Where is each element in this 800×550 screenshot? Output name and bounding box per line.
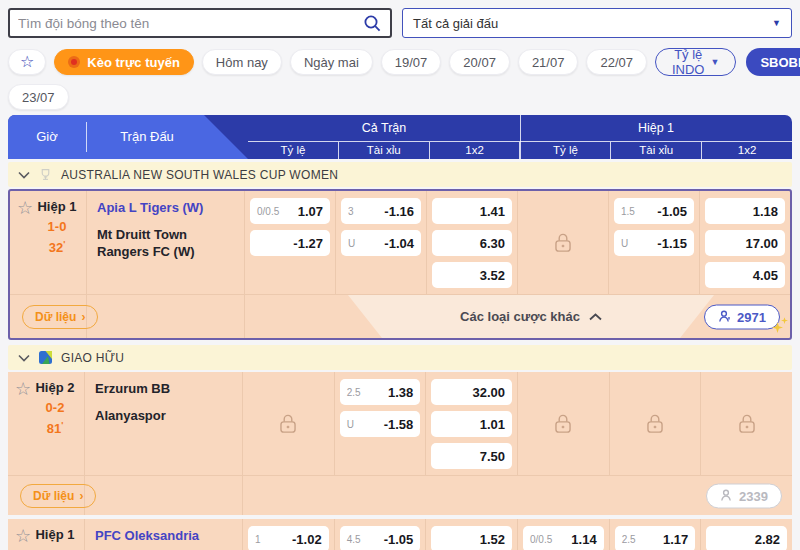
search-input[interactable]: [18, 16, 363, 31]
column-group-full-time: Cả Trận: [248, 115, 520, 141]
chevron-right-icon: ›: [79, 489, 83, 503]
match-score: 1-0: [34, 219, 80, 234]
star-icon: ☆: [20, 54, 34, 70]
data-button[interactable]: Dữ liệu ›: [22, 305, 98, 329]
teams-cell[interactable]: PFC Oleksandria FK Mladost DG: [84, 519, 242, 550]
live-betting-button[interactable]: Kèo trực tuyến: [54, 49, 194, 75]
chevron-right-icon: ›: [81, 310, 85, 324]
odds-type-label: Tỷ lệ INDO: [672, 47, 705, 77]
h1-over-under-cell-locked: [609, 372, 701, 475]
h1-over-under-cell: 1.5 -1.05 U -1.15: [608, 191, 699, 294]
column-header-match: Trận Đấu: [86, 115, 208, 159]
odds-box[interactable]: U -1.04: [341, 230, 421, 256]
betting-odds-page: Tất cả giải đấu ▼ ☆ Kèo trực tuyến Hôm n…: [0, 0, 800, 550]
home-team-name[interactable]: PFC Oleksandria: [95, 528, 232, 544]
odds-box[interactable]: 3.52: [432, 262, 512, 288]
match-period: Hiệp 1: [32, 527, 78, 542]
date-tab-tomorrow[interactable]: Ngày mai: [290, 49, 373, 75]
team-search-box[interactable]: [8, 8, 392, 38]
match-row-erzurum-vs-alanyaspor: ☆ Hiệp 2 0-2 81' Erzurum BB Alanyaspor 2…: [8, 372, 792, 515]
away-team-name[interactable]: Alanyaspor: [95, 408, 232, 424]
ft-over-under-cell: 3 -1.16 U -1.04: [335, 191, 426, 294]
chevron-up-icon: [589, 313, 602, 321]
date-tab-22-07[interactable]: 22/07: [586, 49, 647, 75]
star-icon[interactable]: ☆: [17, 197, 33, 219]
odds-box[interactable]: 1.01: [431, 411, 512, 437]
match-minute: 32': [34, 239, 80, 255]
viewer-count-badge: 2971: [704, 304, 780, 329]
odds-box[interactable]: -1.27: [250, 230, 330, 256]
viewer-count-badge: 2339: [706, 483, 782, 508]
home-team-name[interactable]: Apia L Tigers (W): [97, 200, 234, 216]
odds-box[interactable]: 4.5 -1.05: [340, 526, 421, 550]
odds-box[interactable]: 1 -1.02: [248, 526, 329, 550]
trophy-icon: [39, 168, 52, 181]
teams-cell[interactable]: Erzurum BB Alanyaspor: [84, 372, 242, 475]
ft-1x2-cell: 1.52: [425, 519, 517, 550]
search-icon[interactable]: [363, 14, 382, 33]
odds-box[interactable]: U -1.15: [614, 230, 694, 256]
league-flag-icon: [39, 351, 52, 364]
data-button[interactable]: Dữ liệu ›: [20, 484, 96, 508]
favorites-button[interactable]: ☆: [8, 49, 46, 75]
date-tab-23-07[interactable]: 23/07: [8, 84, 69, 110]
h1-handicap-cell: 0/0.5 1.14: [517, 519, 609, 550]
section-header-giao-huu[interactable]: GIAO HỮU: [8, 345, 792, 370]
odds-box[interactable]: 17.00: [705, 230, 785, 256]
star-icon[interactable]: ☆: [15, 378, 31, 400]
match-status-cell: ☆ Hiệp 1 1-0 32': [10, 191, 86, 294]
home-team-name[interactable]: Erzurum BB: [95, 381, 232, 397]
lock-icon: [734, 411, 760, 437]
chevron-down-icon: ▼: [772, 18, 781, 28]
ft-over-under-cell: 2.5 1.38 U -1.58: [334, 372, 426, 475]
chevron-down-icon: [18, 171, 30, 179]
subcol-h1-1x2: 1x2: [701, 142, 792, 159]
odds-box[interactable]: 0/0.5 1.07: [250, 198, 330, 224]
section-title: AUSTRALIA NEW SOUTH WALES CUP WOMEN: [61, 168, 338, 182]
odds-box[interactable]: 1.41: [432, 198, 512, 224]
section-title: GIAO HỮU: [61, 351, 124, 365]
date-tab-today[interactable]: Hôm nay: [202, 49, 282, 75]
odds-box[interactable]: 7.50: [431, 443, 512, 469]
section-header-australia-nsw-cup-women[interactable]: AUSTRALIA NEW SOUTH WALES CUP WOMEN: [8, 162, 792, 187]
league-filter-select[interactable]: Tất cả giải đấu ▼: [402, 8, 792, 38]
date-tab-19-07[interactable]: 19/07: [381, 49, 442, 75]
odds-box[interactable]: 1.52: [431, 526, 512, 550]
odds-box[interactable]: 1.18: [705, 198, 785, 224]
h1-handicap-cell-locked: [517, 372, 609, 475]
column-group-first-half: Hiệp 1: [520, 115, 792, 141]
lock-icon: [642, 411, 668, 437]
teams-cell[interactable]: Apia L Tigers (W) Mt Druitt Town Rangers…: [86, 191, 244, 294]
odds-box[interactable]: 4.05: [705, 262, 785, 288]
divider: [244, 295, 245, 338]
odds-box[interactable]: 6.30: [432, 230, 512, 256]
odds-box[interactable]: U -1.58: [340, 411, 421, 437]
odds-box[interactable]: 1.5 -1.05: [614, 198, 694, 224]
sub-column-headers: Tỷ lệ Tài xỉu 1x2 Tỷ lệ Tài xỉu 1x2: [248, 141, 792, 159]
more-bets-toggle[interactable]: Các loại cược khác: [348, 295, 714, 338]
ft-handicap-cell: 0/0.5 1.07 -1.27: [244, 191, 335, 294]
h1-1x2-cell: 1.18 17.00 4.05: [699, 191, 790, 294]
odds-box[interactable]: 3 -1.16: [341, 198, 421, 224]
match-footer: Dữ liệu › 2339: [8, 475, 792, 515]
odds-box[interactable]: 32.00: [431, 379, 512, 405]
sparkle-icon: [781, 317, 788, 324]
provider-label: SBOBET: [760, 55, 800, 70]
odds-box[interactable]: 0/0.5 1.14: [523, 526, 604, 550]
subcol-ft-ou: Tài xỉu: [338, 142, 429, 159]
ft-handicap-cell-locked: [242, 372, 334, 475]
h1-1x2-cell: 2.82: [700, 519, 792, 550]
h1-over-under-cell: 2.5 1.17: [609, 519, 701, 550]
odds-type-button[interactable]: Tỷ lệ INDO ▼: [655, 48, 736, 76]
date-tab-20-07[interactable]: 20/07: [449, 49, 510, 75]
date-tab-21-07[interactable]: 21/07: [518, 49, 579, 75]
star-icon[interactable]: ☆: [15, 525, 31, 547]
away-team-name[interactable]: Mt Druitt Town Rangers FC (W): [97, 227, 234, 260]
odds-box[interactable]: 2.5 1.38: [340, 379, 421, 405]
lock-icon: [550, 411, 576, 437]
odds-box[interactable]: 2.5 1.17: [615, 526, 696, 550]
match-status-cell: ☆ Hiệp 2 0-2 81': [8, 372, 84, 475]
odds-box[interactable]: 2.82: [706, 526, 787, 550]
provider-button[interactable]: SBOBET ▼: [746, 48, 800, 76]
subcol-h1-ou: Tài xỉu: [610, 142, 701, 159]
